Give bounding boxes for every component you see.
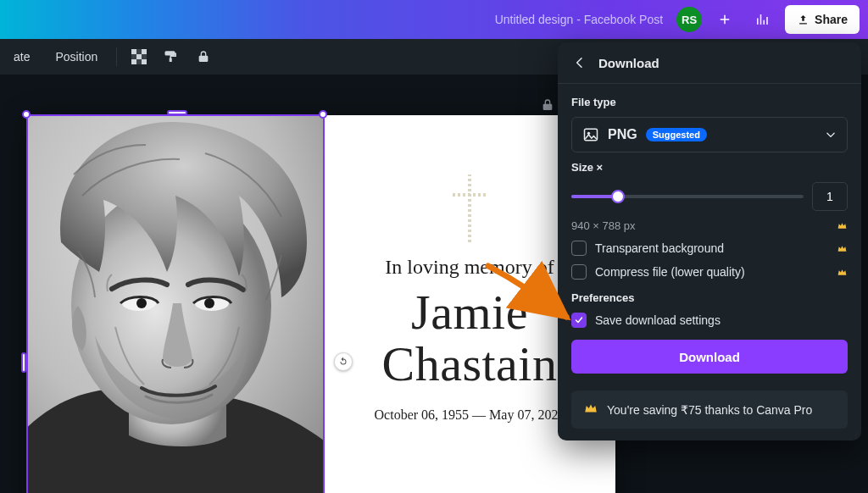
back-button[interactable] — [571, 54, 588, 71]
lock-button[interactable] — [193, 47, 214, 67]
svg-rect-1 — [131, 49, 136, 54]
memorial-dates[interactable]: October 06, 1955 — May 07, 2023 — [375, 407, 565, 423]
toolbar-item-left[interactable]: ate — [7, 45, 36, 69]
name-line-2: Chastain — [382, 336, 558, 391]
name-line-1: Jamie — [411, 285, 528, 340]
svg-point-9 — [136, 298, 147, 308]
size-slider[interactable] — [571, 188, 804, 205]
compress-label: Compress file (lower quality) — [595, 265, 745, 279]
app-topbar: Untitled design - Facebook Post RS Share — [0, 0, 868, 39]
file-type-select[interactable]: PNG Suggested — [571, 117, 848, 152]
compress-checkbox[interactable] — [571, 264, 587, 280]
check-icon — [574, 315, 584, 325]
svg-rect-4 — [131, 59, 136, 64]
savings-text: You're saving ₹75 thanks to Canva Pro — [607, 403, 812, 417]
chevron-left-icon — [573, 56, 587, 69]
document-title[interactable]: Untitled design - Facebook Post — [495, 13, 663, 26]
bar-chart-icon — [754, 12, 770, 27]
add-button[interactable] — [710, 6, 739, 33]
memorial-name[interactable]: Jamie Chastain — [382, 287, 558, 391]
transparent-bg-checkbox[interactable] — [571, 241, 587, 256]
portrait-photo — [27, 115, 324, 493]
paint-roller-icon — [164, 49, 179, 64]
panel-title: Download — [598, 56, 659, 70]
size-input[interactable] — [812, 182, 848, 211]
download-button[interactable]: Download — [571, 340, 848, 374]
download-panel-header: Download — [558, 42, 861, 84]
crown-icon — [836, 266, 848, 278]
svg-rect-5 — [142, 59, 147, 64]
svg-point-11 — [204, 298, 214, 308]
upload-icon — [797, 14, 810, 26]
photo-element[interactable] — [27, 115, 324, 493]
save-settings-checkbox[interactable] — [571, 313, 587, 328]
share-label: Share — [815, 13, 848, 26]
transparency-button[interactable] — [129, 47, 149, 67]
preferences-label: Preferences — [571, 291, 848, 304]
user-avatar[interactable]: RS — [676, 7, 702, 32]
memorial-subtitle[interactable]: In loving memory of — [385, 256, 554, 279]
resize-handle-w[interactable] — [21, 352, 26, 373]
resize-handle-nw[interactable] — [22, 110, 31, 119]
download-panel: Download File type PNG Suggested Size × … — [558, 42, 861, 440]
position-button[interactable]: Position — [48, 45, 104, 69]
slider-thumb[interactable] — [611, 190, 625, 203]
crown-icon — [836, 242, 848, 254]
resize-handle-n[interactable] — [167, 110, 187, 115]
dimensions-text: 940 × 788 px — [571, 219, 636, 232]
savings-banner: You're saving ₹75 thanks to Canva Pro — [571, 391, 848, 429]
download-button-label: Download — [679, 350, 740, 364]
plus-icon — [717, 12, 732, 27]
analytics-button[interactable] — [748, 6, 776, 33]
lock-icon — [197, 49, 210, 64]
file-type-value: PNG — [608, 127, 637, 142]
image-icon — [582, 126, 599, 143]
suggested-badge: Suggested — [646, 128, 707, 141]
svg-rect-12 — [585, 129, 598, 140]
size-label: Size × — [571, 161, 848, 174]
transparent-bg-label: Transparent background — [595, 241, 724, 255]
cross-icon — [453, 174, 487, 242]
style-copy-button[interactable] — [161, 47, 181, 67]
share-button[interactable]: Share — [785, 5, 860, 34]
crown-icon — [583, 401, 598, 418]
page-lock-icon[interactable] — [539, 97, 556, 114]
file-type-label: File type — [571, 96, 848, 108]
checker-icon — [131, 49, 147, 64]
design-canvas[interactable]: In loving memory of Jamie Chastain Octob… — [27, 115, 615, 493]
svg-rect-2 — [142, 49, 147, 54]
chevron-down-icon — [825, 129, 837, 141]
crown-icon — [836, 220, 848, 232]
svg-rect-3 — [136, 54, 142, 59]
save-settings-label: Save download settings — [595, 313, 721, 327]
